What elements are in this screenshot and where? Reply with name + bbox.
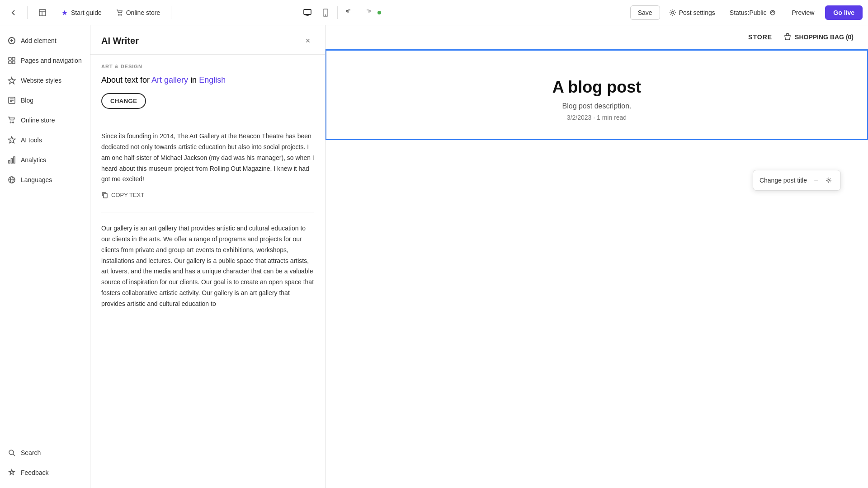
sidebar-item-website-styles[interactable]: Website styles — [0, 70, 90, 90]
toolbar-right: Save Post settings Status:Public Preview… — [630, 5, 863, 20]
search-icon — [7, 448, 16, 457]
ai-tools-icon — [7, 136, 16, 145]
analytics-icon — [7, 155, 16, 164]
back-button[interactable] — [5, 5, 22, 21]
website-styles-icon — [7, 76, 16, 85]
change-prompt-button[interactable]: CHANGE — [101, 93, 146, 109]
tooltip-settings-button[interactable] — [823, 175, 834, 186]
languages-icon — [7, 175, 16, 184]
start-guide-button[interactable]: Start guide — [56, 6, 107, 19]
status-button[interactable]: Status:Public — [724, 6, 781, 19]
autosave-indicator — [377, 11, 381, 14]
ai-prompt-link1[interactable]: Art gallery — [151, 75, 188, 84]
sidebar-item-blog[interactable]: Blog — [0, 90, 90, 110]
sidebar-bottom: Search Feedback — [0, 439, 90, 483]
sidebar-item-ai-tools[interactable]: AI tools — [0, 130, 90, 150]
sidebar-item-feedback[interactable]: Feedback — [0, 463, 90, 483]
sidebar-item-online-store[interactable]: Online store — [0, 110, 90, 130]
tooltip-minus-button[interactable]: − — [811, 175, 821, 186]
svg-point-23 — [10, 122, 11, 123]
store-header: STORE SHOPPING BAG (0) — [326, 25, 868, 50]
sidebar-item-add-element[interactable]: Add element — [0, 31, 90, 51]
shopping-bag: SHOPPING BAG (0) — [783, 33, 854, 42]
svg-rect-0 — [39, 9, 46, 16]
svg-rect-15 — [9, 57, 11, 60]
sidebar-item-analytics[interactable]: Analytics — [0, 150, 90, 170]
svg-point-3 — [118, 14, 119, 15]
svg-rect-5 — [304, 9, 311, 14]
svg-rect-16 — [12, 57, 15, 60]
canvas-area: STORE SHOPPING BAG (0) A blog post Blog … — [326, 25, 868, 488]
blog-post-area: A blog post Blog post description. 3/2/2… — [326, 51, 867, 139]
sidebar-item-languages[interactable]: Languages — [0, 170, 90, 190]
copy-text-button[interactable]: COPY TEXT — [101, 188, 144, 201]
svg-rect-17 — [9, 61, 11, 64]
panel-separator-2 — [101, 212, 314, 212]
svg-point-24 — [13, 122, 14, 123]
tooltip-label-text: Change post title — [760, 177, 807, 184]
online-store-icon — [7, 116, 16, 125]
sidebar-item-search[interactable]: Search — [0, 443, 90, 463]
svg-point-9 — [326, 14, 326, 15]
ai-generated-text-1: Since its founding in 2014, The Art Gall… — [101, 131, 314, 185]
add-element-icon — [7, 36, 16, 45]
left-sidebar: Add element Pages and navigation Website… — [0, 25, 90, 488]
ai-prompt-title: About text for Art gallery in English — [101, 75, 314, 86]
desktop-view-button[interactable] — [299, 5, 316, 21]
layout-view-button[interactable] — [33, 6, 52, 19]
ai-writer-header: AI Writer × — [90, 25, 325, 55]
tooltip-actions: − — [811, 175, 834, 186]
go-live-button[interactable]: Go live — [825, 5, 863, 20]
store-link[interactable]: STORE — [748, 33, 772, 41]
panel-separator-1 — [101, 120, 314, 120]
blog-post-title[interactable]: A blog post — [341, 78, 853, 97]
svg-rect-26 — [11, 159, 13, 163]
toolbar-divider-1 — [27, 6, 28, 19]
undo-button[interactable] — [341, 5, 358, 21]
svg-point-4 — [121, 14, 122, 15]
online-store-toolbar-button[interactable]: Online store — [111, 6, 165, 19]
ai-writer-panel: AI Writer × ART & DESIGN About text for … — [90, 25, 326, 488]
svg-rect-33 — [104, 193, 107, 198]
main-content: Add element Pages and navigation Website… — [0, 25, 868, 488]
svg-point-11 — [770, 10, 775, 15]
canvas-content: STORE SHOPPING BAG (0) A blog post Blog … — [326, 25, 868, 488]
svg-rect-27 — [14, 157, 15, 163]
close-ai-writer-button[interactable]: × — [302, 34, 314, 47]
svg-point-10 — [671, 11, 674, 14]
toolbar-divider-2 — [171, 6, 171, 19]
ai-writer-title: AI Writer — [101, 36, 139, 46]
svg-rect-25 — [9, 160, 10, 163]
toolbar-divider-3 — [337, 6, 338, 19]
blog-post-description[interactable]: Blog post description. — [341, 102, 853, 110]
ai-generated-text-2: Our gallery is an art gallery that provi… — [101, 223, 314, 309]
sidebar-item-pages-navigation[interactable]: Pages and navigation — [0, 51, 90, 70]
ai-category-label: ART & DESIGN — [101, 64, 314, 69]
mobile-view-button[interactable] — [317, 5, 334, 21]
pages-navigation-icon — [7, 56, 16, 65]
change-post-title-tooltip: Change post title − — [753, 170, 841, 191]
preview-button[interactable]: Preview — [785, 6, 822, 19]
ai-writer-body: ART & DESIGN About text for Art gallery … — [90, 55, 325, 319]
post-settings-button[interactable]: Post settings — [664, 6, 721, 19]
blog-post-meta: 3/2/2023 · 1 min read — [341, 114, 853, 121]
svg-rect-18 — [12, 61, 15, 64]
blog-icon — [7, 96, 16, 105]
svg-point-31 — [9, 450, 14, 455]
redo-button[interactable] — [359, 5, 376, 21]
ai-prompt-link2[interactable]: English — [199, 75, 226, 84]
svg-line-32 — [13, 454, 15, 456]
toolbar-left — [5, 5, 22, 21]
feedback-icon — [7, 468, 16, 477]
svg-point-34 — [828, 179, 830, 181]
save-button[interactable]: Save — [630, 5, 660, 20]
main-toolbar: Start guide Online store Save Post setti… — [0, 0, 868, 25]
toolbar-center — [299, 5, 381, 21]
